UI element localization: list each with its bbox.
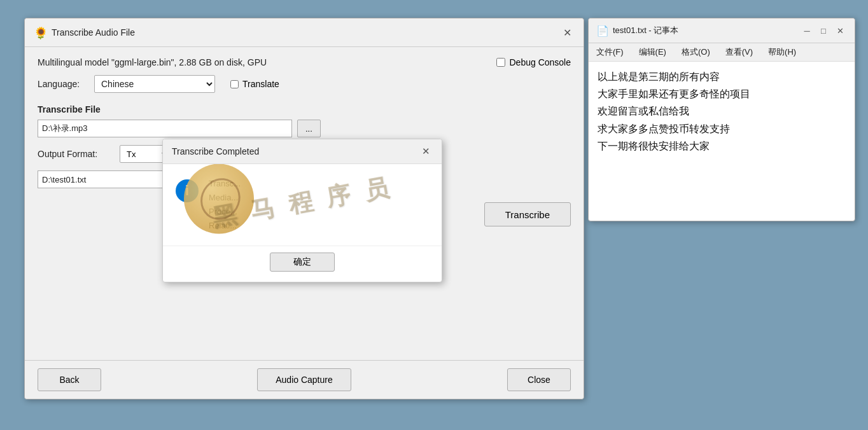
menu-view[interactable]: 查看(V): [723, 45, 755, 59]
notepad-line-5: 下一期将很快安排给大家: [598, 137, 846, 155]
dialog-text-area: Transc... Media... Proce... Relati...: [209, 177, 429, 233]
notepad-line-3: 欢迎留言或私信给我: [598, 102, 846, 120]
dialog-content: 黑 马 程 序 员 i Transc... Media... Proce... …: [163, 164, 442, 240]
dialog-line-2: Media...: [209, 191, 429, 205]
dialog-line-1: Transc...: [209, 177, 429, 191]
menu-edit[interactable]: 编辑(E): [636, 45, 669, 59]
info-icon: i: [176, 179, 199, 202]
dialog-line-4: Relati...: [209, 219, 429, 233]
dialog-title-bar: Transcribe Completed ✕: [163, 139, 442, 164]
completed-dialog: Transcribe Completed ✕ 黑 马 程 序 员 i Trans…: [162, 139, 442, 282]
notepad-content: 以上就是第三期的所有内容 大家手里如果还有更多奇怪的项目 欢迎留言或私信给我 求…: [589, 62, 855, 221]
dialog-title: Transcribe Completed: [172, 146, 259, 156]
notepad-maximize-button[interactable]: □: [816, 24, 830, 38]
input-file-field[interactable]: [38, 120, 292, 137]
transcribe-button[interactable]: Transcribe: [484, 202, 571, 226]
notepad-window-buttons: ─ □ ✕: [800, 24, 847, 38]
audio-capture-button[interactable]: Audio Capture: [257, 368, 351, 391]
notepad-line-1: 以上就是第三期的所有内容: [598, 68, 846, 85]
notepad-line-4: 求大家多多点赞投币转发支持: [598, 120, 846, 137]
dialog-close-button[interactable]: ✕: [419, 144, 433, 158]
browse-input-button[interactable]: ...: [297, 120, 321, 137]
dialog-footer: 确定: [163, 246, 442, 282]
language-select[interactable]: Chinese: [94, 75, 215, 93]
notepad-menubar: 文件(F) 编辑(E) 格式(O) 查看(V) 帮助(H): [589, 43, 855, 62]
debug-console-checkbox[interactable]: [496, 58, 505, 67]
menu-format[interactable]: 格式(O): [679, 45, 713, 59]
menu-file[interactable]: 文件(F): [594, 45, 626, 59]
debug-checkbox-area: Debug Console: [496, 57, 571, 67]
notepad-icon: 📄: [596, 25, 609, 37]
translate-label: Translate: [242, 79, 279, 89]
output-format-label: Output Format:: [38, 149, 111, 159]
language-row: Language: Chinese Translate: [38, 75, 571, 93]
debug-console-label: Debug Console: [509, 57, 571, 67]
title-bar-left: 🌻 Transcribe Audio File: [34, 26, 135, 39]
sunflower-icon: 🌻: [34, 26, 46, 39]
transcribe-file-label: Transcribe File: [38, 104, 571, 114]
notepad-line-2: 大家手里如果还有更多奇怪的项目: [598, 85, 846, 102]
translate-checkbox-area: Translate: [230, 79, 279, 89]
file-input-row: ...: [38, 120, 571, 137]
translate-checkbox[interactable]: [230, 80, 239, 88]
title-bar: 🌻 Transcribe Audio File ✕: [25, 18, 584, 47]
dialog-line-3: Proce...: [209, 205, 429, 219]
main-window-title: Transcribe Audio File: [52, 27, 135, 38]
language-label: Language:: [38, 79, 85, 89]
transcribe-file-section: Transcribe File ...: [38, 101, 571, 137]
model-info-row: Multilingual model "ggml-large.bin", 2.8…: [38, 57, 571, 67]
model-info-text: Multilingual model "ggml-large.bin", 2.8…: [38, 57, 267, 67]
notepad-minimize-button[interactable]: ─: [800, 24, 814, 38]
notepad-close-button[interactable]: ✕: [833, 24, 847, 38]
main-window-close-button[interactable]: ✕: [559, 25, 575, 40]
menu-help[interactable]: 帮助(H): [766, 45, 799, 59]
ok-button[interactable]: 确定: [270, 253, 335, 272]
notepad-title: test01.txt - 记事本: [613, 25, 678, 36]
notepad-title-left: 📄 test01.txt - 记事本: [596, 25, 678, 37]
notepad-title-bar: 📄 test01.txt - 记事本 ─ □ ✕: [589, 18, 855, 43]
back-button[interactable]: Back: [38, 368, 101, 391]
close-button[interactable]: Close: [507, 368, 571, 391]
notepad-window: 📄 test01.txt - 记事本 ─ □ ✕ 文件(F) 编辑(E) 格式(…: [588, 18, 855, 221]
bottom-bar: Back Audio Capture Close: [25, 360, 584, 399]
